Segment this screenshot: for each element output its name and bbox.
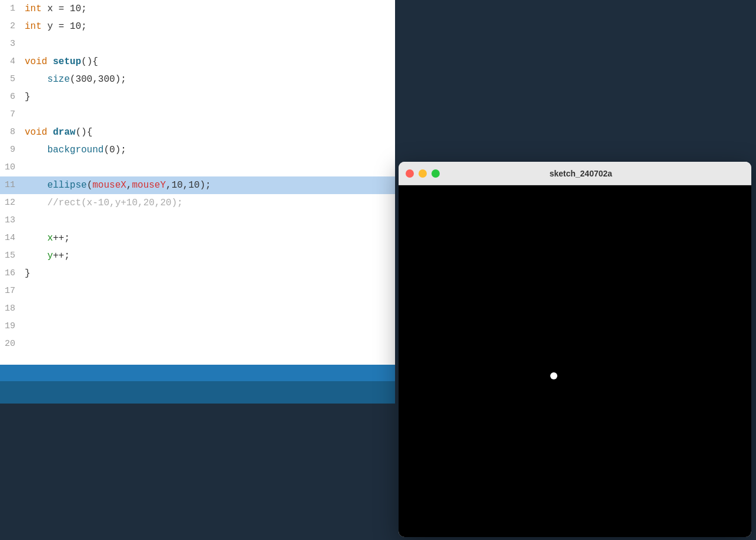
line-content: void setup(){: [21, 53, 98, 71]
line-content: x++;: [21, 229, 70, 247]
code-line: 15 y++;: [0, 247, 395, 265]
line-number: 11: [0, 176, 21, 194]
line-number: 13: [0, 212, 21, 229]
line-number: 6: [0, 88, 21, 106]
line-content: background(0);: [21, 141, 126, 159]
code-token: int: [25, 21, 42, 32]
code-line: 6}: [0, 88, 395, 106]
sketch-title: sketch_240702a: [444, 169, 717, 178]
code-token: setup: [53, 56, 81, 67]
code-token: [25, 74, 47, 85]
code-line: 18: [0, 300, 395, 318]
sketch-window: sketch_240702a: [399, 162, 751, 537]
right-dark-top: [395, 0, 756, 162]
line-number: 14: [0, 229, 21, 247]
code-line: 1int x = 10;: [0, 0, 395, 18]
code-token: (300,300);: [70, 74, 126, 85]
code-token: size: [47, 74, 69, 85]
code-line: 7: [0, 106, 395, 124]
line-number: 15: [0, 247, 21, 265]
status-bar-1: [0, 365, 395, 381]
code-line: 12 //rect(x-10,y+10,20,20);: [0, 194, 395, 212]
line-number: 2: [0, 18, 21, 35]
code-token: ,10,10);: [166, 180, 211, 191]
code-token: background: [47, 145, 103, 155]
code-token: //rect(x-10,y+10,20,20);: [25, 198, 183, 208]
code-line: 9 background(0);: [0, 141, 395, 159]
line-number: 9: [0, 141, 21, 159]
code-line: 11 ellipse(mouseX,mouseY,10,10);: [0, 176, 395, 194]
code-token: ++;: [53, 251, 70, 261]
code-token: [25, 233, 47, 244]
line-number: 1: [0, 0, 21, 18]
line-number: 16: [0, 265, 21, 282]
code-token: ellipse: [47, 180, 86, 191]
code-token: ++;: [53, 233, 70, 244]
line-number: 17: [0, 282, 21, 300]
status-bar-2: [0, 381, 395, 404]
sketch-titlebar: sketch_240702a: [399, 162, 751, 185]
code-token: (0);: [103, 145, 126, 155]
line-content: }: [21, 88, 31, 106]
code-token: [25, 180, 47, 191]
line-content: int x = 10;: [21, 0, 87, 18]
editor-area: 1int x = 10;2int y = 10;34void setup(){5…: [0, 0, 395, 365]
code-line: 19: [0, 318, 395, 335]
code-container[interactable]: 1int x = 10;2int y = 10;34void setup(){5…: [0, 0, 395, 365]
code-line: 5 size(300,300);: [0, 71, 395, 88]
code-line: 8void draw(){: [0, 124, 395, 141]
line-number: 20: [0, 335, 21, 353]
sketch-ellipse-dot: [550, 372, 557, 379]
code-token: (){: [81, 56, 98, 67]
code-token: ,: [126, 180, 132, 191]
window-maximize-button[interactable]: [431, 169, 440, 178]
code-token: x = 10;: [42, 4, 87, 14]
code-token: x: [47, 233, 53, 244]
window-minimize-button[interactable]: [419, 169, 427, 178]
code-token: (: [87, 180, 93, 191]
code-token: (){: [75, 127, 92, 138]
line-content: void draw(){: [21, 124, 92, 141]
code-line: 4void setup(){: [0, 53, 395, 71]
bottom-area: [0, 404, 395, 540]
code-line: 10: [0, 159, 395, 176]
code-token: y = 10;: [42, 21, 87, 32]
code-token: }: [25, 268, 31, 279]
line-content: size(300,300);: [21, 71, 126, 88]
code-token: y: [47, 251, 53, 261]
window-close-button[interactable]: [406, 169, 414, 178]
code-token: void: [25, 56, 47, 67]
code-token: [47, 127, 53, 138]
code-line: 14 x++;: [0, 229, 395, 247]
code-token: [47, 56, 53, 67]
sketch-canvas: [399, 185, 751, 537]
code-token: void: [25, 127, 47, 138]
line-number: 4: [0, 53, 21, 71]
code-token: [25, 145, 47, 155]
line-content: y++;: [21, 247, 70, 265]
line-content: }: [21, 265, 31, 282]
line-number: 5: [0, 71, 21, 88]
line-number: 18: [0, 300, 21, 318]
line-content: ellipse(mouseX,mouseY,10,10);: [21, 176, 211, 194]
code-token: draw: [53, 127, 75, 138]
line-number: 10: [0, 159, 21, 176]
line-number: 3: [0, 35, 21, 53]
line-number: 12: [0, 194, 21, 212]
code-line: 16}: [0, 265, 395, 282]
code-token: [25, 251, 47, 261]
line-number: 7: [0, 106, 21, 124]
code-line: 17: [0, 282, 395, 300]
line-number: 8: [0, 124, 21, 141]
code-token: }: [25, 92, 31, 102]
code-line: 3: [0, 35, 395, 53]
code-token: mouseX: [92, 180, 126, 191]
line-content: int y = 10;: [21, 18, 87, 35]
code-token: mouseY: [132, 180, 166, 191]
code-line: 13: [0, 212, 395, 229]
code-line: 2int y = 10;: [0, 18, 395, 35]
code-line: 20: [0, 335, 395, 353]
line-content: //rect(x-10,y+10,20,20);: [21, 194, 183, 212]
code-token: int: [25, 4, 42, 14]
line-number: 19: [0, 318, 21, 335]
